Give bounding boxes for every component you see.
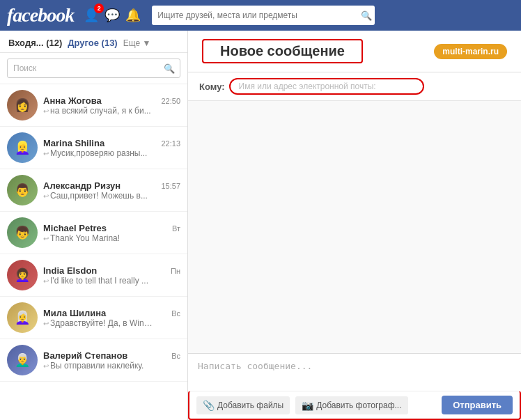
avatar: 👩‍🦱 xyxy=(7,260,38,290)
right-panel: Новое сообщение multi-marin.ru Кому: 📎 Д… xyxy=(188,31,521,420)
tab-more[interactable]: Еще ▼ xyxy=(123,38,151,48)
msg-time: 22:13 xyxy=(161,139,180,148)
compose-area: 📎 Добавить файлы 📷 Добавить фотограф... … xyxy=(188,353,521,420)
msg-name: India Elsdon xyxy=(43,265,97,276)
main-container: Входя... (12) Другое (13) Еще ▼ 🔍 👩 Анна… xyxy=(0,31,521,420)
attach-file-label: Добавить файлы xyxy=(217,400,283,410)
list-item[interactable]: 👨‍🦳 Валерий Степанов Вс ↩Вы отправили на… xyxy=(0,339,187,382)
paperclip-icon: 📎 xyxy=(203,400,215,411)
msg-info: Валерий Степанов Вс ↩Вы отправили наклей… xyxy=(43,350,180,371)
avatar: 👱‍♀️ xyxy=(7,132,38,163)
msg-time: Вс xyxy=(171,309,180,318)
avatar: 👨‍🦳 xyxy=(7,345,38,375)
new-message-title: Новое сообщение xyxy=(202,39,363,63)
friends-icon[interactable]: 👤 2 xyxy=(84,8,99,23)
topbar: facebook 👤 2 💬 🔔 🔍 xyxy=(0,0,521,31)
msg-info: Marina Shilina 22:13 ↩Мусик,проверяю раз… xyxy=(43,138,180,158)
reply-icon: ↩ xyxy=(43,192,49,200)
attach-photo-label: Добавить фотограф... xyxy=(316,400,401,410)
reply-icon: ↩ xyxy=(43,277,49,285)
msg-info: India Elsdon Пн ↩I'd like to tell that I… xyxy=(43,265,180,286)
msg-name: Michael Petres xyxy=(43,223,107,233)
msg-time: Вт xyxy=(172,224,180,233)
msg-name: Мила Шилина xyxy=(43,308,106,318)
reply-icon: ↩ xyxy=(43,107,49,115)
msg-time: Пн xyxy=(171,267,180,275)
msg-time: 22:50 xyxy=(161,97,180,105)
right-header: Новое сообщение multi-marin.ru xyxy=(188,31,521,72)
msg-time: Вс xyxy=(171,352,180,360)
left-panel: Входя... (12) Другое (13) Еще ▼ 🔍 👩 Анна… xyxy=(0,31,188,420)
message-list: 👩 Анна Жогова 22:50 ↩на всякий случай, я… xyxy=(0,84,187,420)
to-label: Кому: xyxy=(199,81,225,92)
friend-requests-badge: 2 xyxy=(94,3,104,13)
msg-info: Мила Шилина Вс ↩Здравствуйте! Да, в Wind… xyxy=(43,308,180,328)
messages-icon[interactable]: 💬 xyxy=(104,8,120,23)
avatar: 👩 xyxy=(7,90,38,120)
to-input[interactable] xyxy=(229,78,424,95)
topbar-search-button[interactable]: 🔍 xyxy=(361,10,372,21)
list-item[interactable]: 👱‍♀️ Marina Shilina 22:13 ↩Мусик,проверя… xyxy=(0,127,187,169)
msg-info: Michael Petres Вт ↩Thank You Marina! xyxy=(43,223,180,243)
compose-textarea[interactable] xyxy=(188,354,521,389)
list-item[interactable]: 👩 Анна Жогова 22:50 ↩на всякий случай, я… xyxy=(0,84,187,127)
msg-name: Marina Shilina xyxy=(43,138,104,148)
topbar-search-input[interactable] xyxy=(152,6,375,25)
attach-file-button[interactable]: 📎 Добавить файлы xyxy=(196,396,290,414)
topbar-search: 🔍 xyxy=(152,6,375,25)
avatar: 👨 xyxy=(7,175,38,205)
msg-name: Александр Ризун xyxy=(43,180,120,191)
message-search-box: 🔍 xyxy=(0,53,187,84)
msg-preview: ↩Саш,привет! Можешь в... xyxy=(43,191,155,201)
list-item[interactable]: 👦 Michael Petres Вт ↩Thank You Marina! xyxy=(0,212,187,254)
send-button[interactable]: Отправить xyxy=(442,396,513,414)
reply-icon: ↩ xyxy=(43,320,49,327)
tab-other[interactable]: Другое (13) xyxy=(68,38,117,48)
msg-preview: ↩Здравствуйте! Да, в Windo... xyxy=(43,318,155,328)
message-body xyxy=(188,101,521,353)
msg-info: Анна Жогова 22:50 ↩на всякий случай, я к… xyxy=(43,95,180,116)
message-search-input[interactable] xyxy=(7,59,180,78)
list-item[interactable]: 👩‍🦱 India Elsdon Пн ↩I'd like to tell th… xyxy=(0,254,187,297)
msg-preview: ↩Вы отправили наклейку. xyxy=(43,361,155,371)
list-item[interactable]: 👨 Александр Ризун 15:57 ↩Саш,привет! Мож… xyxy=(0,169,187,212)
compose-toolbar: 📎 Добавить файлы 📷 Добавить фотограф... … xyxy=(188,391,521,420)
reply-icon: ↩ xyxy=(43,235,49,242)
msg-name: Валерий Степанов xyxy=(43,350,127,361)
msg-preview: ↩на всякий случай, я к би... xyxy=(43,106,155,116)
watermark: multi-marin.ru xyxy=(434,44,507,59)
message-tabs: Входя... (12) Другое (13) Еще ▼ xyxy=(0,31,187,53)
to-row: Кому: xyxy=(188,72,521,101)
reply-icon: ↩ xyxy=(43,150,49,157)
camera-icon: 📷 xyxy=(302,400,313,411)
tab-inbox[interactable]: Входя... (12) xyxy=(8,38,62,48)
notifications-icon[interactable]: 🔔 xyxy=(125,8,141,23)
attach-photo-button[interactable]: 📷 Добавить фотограф... xyxy=(295,396,407,414)
msg-name: Анна Жогова xyxy=(43,95,102,106)
list-item[interactable]: 👩‍🦳 Мила Шилина Вс ↩Здравствуйте! Да, в … xyxy=(0,297,187,339)
avatar: 👦 xyxy=(7,217,38,248)
msg-preview: ↩Мусик,проверяю разны... xyxy=(43,148,155,158)
facebook-logo[interactable]: facebook xyxy=(7,4,74,26)
msg-preview: ↩Thank You Marina! xyxy=(43,233,155,243)
search-icon: 🔍 xyxy=(164,63,175,74)
msg-info: Александр Ризун 15:57 ↩Саш,привет! Можеш… xyxy=(43,180,180,201)
msg-preview: ↩I'd like to tell that I really ... xyxy=(43,276,155,286)
reply-icon: ↩ xyxy=(43,362,49,370)
msg-time: 15:57 xyxy=(161,182,180,190)
avatar: 👩‍🦳 xyxy=(7,302,38,333)
